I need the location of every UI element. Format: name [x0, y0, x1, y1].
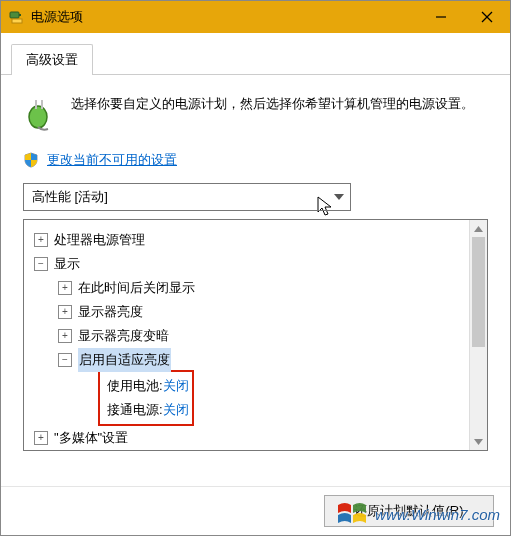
app-icon: [9, 9, 25, 25]
svg-rect-0: [10, 12, 19, 18]
tree-label: 显示器亮度变暗: [78, 324, 169, 348]
tree-label-selected: 启用自适应亮度: [78, 348, 171, 372]
scrollbar[interactable]: [469, 220, 487, 450]
tree-node-display[interactable]: − 显示: [34, 252, 481, 276]
tree-label: 接通电源:: [107, 398, 163, 422]
collapse-icon[interactable]: −: [58, 353, 72, 367]
tree-label: "多媒体"设置: [54, 426, 128, 450]
settings-tree: + 处理器电源管理 − 显示 + 在此时间后关闭显示 + 显示器亮度 +: [23, 219, 488, 451]
tree-label: 使用电池:: [107, 374, 163, 398]
admin-settings-link[interactable]: 更改当前不可用的设置: [47, 151, 177, 169]
svg-rect-2: [12, 19, 22, 23]
tree-node-turn-off-after[interactable]: + 在此时间后关闭显示: [34, 276, 481, 300]
tabstrip: 高级设置: [1, 33, 510, 75]
tree-node-multimedia[interactable]: + "多媒体"设置: [34, 426, 481, 450]
highlight-box: 使用电池: 关闭 接通电源: 关闭: [98, 370, 194, 426]
expand-icon[interactable]: +: [58, 305, 72, 319]
expand-icon[interactable]: +: [58, 281, 72, 295]
tree-node-cpu[interactable]: + 处理器电源管理: [34, 228, 481, 252]
tree-label: 在此时间后关闭显示: [78, 276, 195, 300]
scroll-thumb[interactable]: [472, 237, 485, 347]
description-text: 选择你要自定义的电源计划，然后选择你希望计算机管理的电源设置。: [71, 93, 474, 115]
expand-icon[interactable]: +: [34, 431, 48, 445]
tree-label: 处理器电源管理: [54, 228, 145, 252]
expand-icon[interactable]: +: [58, 329, 72, 343]
svg-point-6: [29, 106, 47, 128]
tree-node-plugged-in[interactable]: 接通电源: 关闭: [103, 398, 189, 422]
svg-rect-7: [35, 100, 37, 109]
tree-label: 显示: [54, 252, 80, 276]
tab-advanced[interactable]: 高级设置: [11, 44, 93, 75]
expand-icon[interactable]: +: [34, 233, 48, 247]
tree-label: 显示器亮度: [78, 300, 143, 324]
shield-icon: [23, 152, 39, 168]
minimize-button[interactable]: [418, 1, 464, 33]
scroll-up-icon[interactable]: [470, 220, 487, 237]
power-plan-value: 高性能 [活动]: [32, 188, 108, 206]
restore-defaults-button[interactable]: 还原计划默认值(R): [324, 495, 494, 527]
scroll-down-icon[interactable]: [470, 433, 487, 450]
tree-value[interactable]: 关闭: [163, 398, 189, 422]
svg-rect-8: [41, 100, 43, 109]
tree-node-on-battery[interactable]: 使用电池: 关闭: [103, 374, 189, 398]
tree-node-dimmed-brightness[interactable]: + 显示器亮度变暗: [34, 324, 481, 348]
tree-value[interactable]: 关闭: [163, 374, 189, 398]
power-plan-combo[interactable]: 高性能 [活动]: [23, 183, 351, 211]
titlebar: 电源选项: [1, 1, 510, 33]
close-button[interactable]: [464, 1, 510, 33]
tree-node-brightness[interactable]: + 显示器亮度: [34, 300, 481, 324]
svg-rect-1: [19, 14, 21, 16]
window-title: 电源选项: [31, 8, 418, 26]
power-plug-icon: [23, 95, 59, 131]
tree-node-adaptive-brightness[interactable]: − 启用自适应亮度: [34, 348, 481, 372]
collapse-icon[interactable]: −: [34, 257, 48, 271]
dialog-footer: 还原计划默认值(R): [1, 486, 510, 535]
